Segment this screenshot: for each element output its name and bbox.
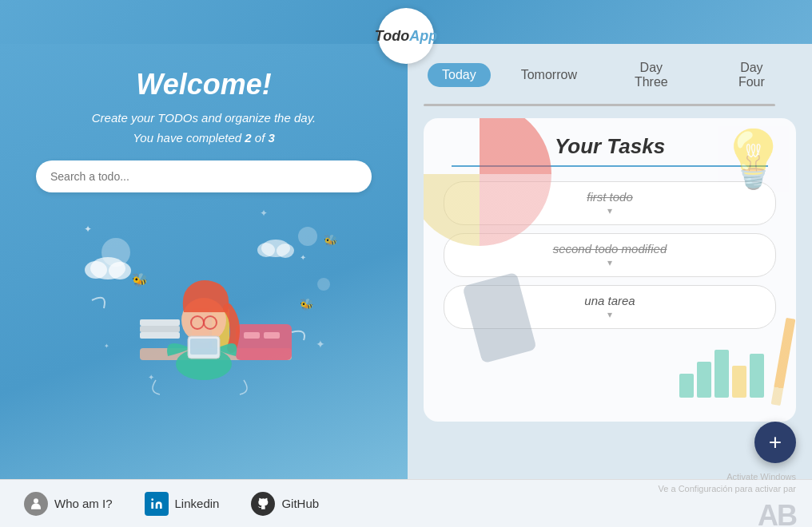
right-panel: Today Tomorrow Day Three Day Four 💡: [408, 44, 812, 479]
svg-text:✦: ✦: [260, 208, 268, 219]
search-input[interactable]: [36, 160, 372, 192]
progress-of: of: [252, 131, 269, 145]
task-item[interactable]: second todo modified ▾: [444, 233, 776, 277]
svg-point-32: [257, 243, 275, 257]
illustration: ✦ ✦ ✦ ✦ ✦ ✦ 🐝 🐝 🐝: [68, 204, 340, 396]
tasks-title: Your Tasks: [444, 134, 776, 159]
logo-text: TodoApp: [375, 28, 437, 45]
footer-initials: AB: [659, 496, 796, 527]
svg-point-34: [34, 498, 38, 503]
chevron-down-icon-1: ▾: [607, 205, 612, 216]
chevron-down-icon-3: ▾: [607, 309, 612, 320]
svg-rect-14: [244, 332, 260, 339]
task-text-2: second todo modified: [553, 242, 667, 256]
tasks-title-divider: [452, 165, 768, 167]
bar-4: [732, 366, 746, 398]
welcome-progress: You have completed 2 of 3: [133, 131, 275, 145]
svg-text:✦: ✦: [148, 373, 154, 382]
svg-rect-15: [264, 332, 280, 339]
svg-point-2: [317, 278, 330, 291]
svg-rect-35: [151, 502, 153, 509]
linkedin-label: Linkedin: [175, 497, 220, 510]
progress-total: 3: [268, 131, 274, 145]
bar-2: [697, 362, 711, 398]
svg-text:🐝: 🐝: [132, 272, 148, 287]
tab-day-four[interactable]: Day Four: [711, 56, 792, 94]
bar-1: [679, 374, 694, 398]
tab-tomorrow[interactable]: Tomorrow: [507, 63, 591, 87]
who-am-i-label: Who am I?: [54, 497, 113, 510]
linkedin-icon: [145, 492, 169, 516]
svg-point-30: [109, 262, 131, 279]
footer: Who am I? Linkedin GitHub Activate Windo…: [0, 479, 812, 527]
svg-rect-27: [190, 339, 217, 355]
welcome-title: Welcome!: [136, 68, 271, 101]
tasks-card: 💡 Your Tasks first todo ▾: [424, 118, 796, 422]
add-task-button[interactable]: +: [754, 422, 796, 463]
linkedin-link[interactable]: Linkedin: [145, 492, 220, 516]
task-item[interactable]: first todo ▾: [444, 181, 776, 225]
svg-rect-17: [140, 326, 180, 332]
logo-container: TodoApp: [378, 8, 434, 64]
svg-text:✦: ✦: [300, 253, 306, 262]
svg-rect-13: [236, 324, 292, 360]
bar-5: [750, 354, 764, 398]
progress-completed: 2: [245, 131, 251, 145]
main-content: Welcome! Create your TODOs and organize …: [0, 44, 812, 479]
tab-today[interactable]: Today: [428, 63, 491, 87]
who-am-i-link[interactable]: Who am I?: [24, 492, 113, 516]
svg-rect-18: [140, 319, 180, 326]
svg-text:✦: ✦: [84, 224, 92, 235]
left-panel: Welcome! Create your TODOs and organize …: [0, 44, 408, 479]
svg-text:🐝: 🐝: [300, 298, 314, 311]
welcome-subtitle: Create your TODOs and organize the day.: [92, 111, 316, 125]
chevron-down-icon-2: ▾: [607, 257, 612, 268]
bar-3: [714, 350, 729, 398]
person-icon: [24, 492, 48, 516]
svg-text:🐝: 🐝: [324, 234, 338, 248]
github-icon: [251, 492, 275, 516]
header: TodoApp: [0, 0, 812, 44]
svg-point-29: [85, 261, 107, 279]
tab-divider: [424, 104, 775, 106]
svg-point-1: [298, 227, 317, 246]
svg-rect-16: [140, 332, 180, 339]
svg-point-33: [277, 244, 294, 258]
footer-brand: Activate WindowsVe a Configuración para …: [659, 471, 796, 527]
svg-point-36: [151, 498, 153, 501]
task-text-3: una tarea: [584, 294, 635, 307]
svg-text:✦: ✦: [104, 343, 109, 350]
deco-bars: [679, 350, 764, 398]
svg-text:✦: ✦: [316, 338, 325, 351]
tab-day-three[interactable]: Day Three: [607, 56, 695, 94]
tabs-container: Today Tomorrow Day Three Day Four: [424, 56, 796, 94]
github-link[interactable]: GitHub: [251, 492, 319, 516]
task-text-1: first todo: [587, 190, 633, 204]
github-label: GitHub: [281, 497, 319, 510]
activate-windows-text: Activate WindowsVe a Configuración para …: [659, 471, 796, 496]
deco-pencil: [771, 318, 796, 406]
task-item[interactable]: una tarea ▾: [444, 285, 776, 329]
progress-prefix: You have completed: [133, 131, 245, 145]
